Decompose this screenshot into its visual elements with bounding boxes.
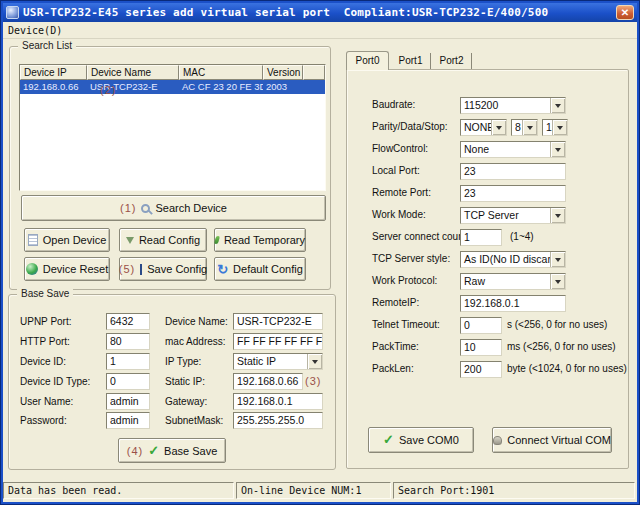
- save-config-label: Save Config: [147, 263, 207, 275]
- tab-port0[interactable]: Port0: [346, 51, 389, 70]
- upnp-port-label: UPNP Port:: [20, 316, 72, 327]
- app-window: USR-TCP232-E45 series add virtual serial…: [0, 0, 640, 505]
- cell-version: 2003: [263, 80, 303, 94]
- download-arrow-icon: [126, 237, 134, 244]
- read-config-button[interactable]: Read Config: [119, 228, 207, 252]
- databits-value: 8: [512, 120, 522, 135]
- password-field[interactable]: admin: [106, 412, 150, 429]
- pack-len-field[interactable]: 200: [460, 361, 502, 378]
- table-row[interactable]: 192.168.0.66 USR-TCP232-E AC CF 23 20 FE…: [20, 80, 325, 94]
- menu-bar: Device(D): [3, 22, 637, 39]
- chevron-down-icon[interactable]: [552, 120, 567, 135]
- mac-address-label: mac Address:: [165, 336, 226, 347]
- stopbits-combo[interactable]: 1: [542, 119, 568, 136]
- close-icon[interactable]: ✕: [616, 5, 634, 20]
- static-ip-field[interactable]: 192.168.0.66: [233, 373, 303, 390]
- parity-value: NONE: [461, 120, 491, 135]
- base-save-button[interactable]: (4) ✓ Base Save: [118, 438, 226, 463]
- baudrate-label: Baudrate:: [372, 99, 415, 110]
- server-connect-count-label: Server connect count:: [372, 231, 469, 242]
- upnp-port-field[interactable]: 6432: [106, 313, 150, 330]
- col-device-ip[interactable]: Device IP: [20, 65, 87, 80]
- pack-time-field[interactable]: 10: [460, 339, 502, 356]
- document-icon: [28, 234, 38, 246]
- tab-port1[interactable]: Port1: [391, 53, 431, 69]
- device-reset-button[interactable]: Device Reset: [24, 257, 110, 281]
- flow-control-label: FlowControl:: [372, 143, 428, 154]
- work-mode-label: Work Mode:: [372, 209, 426, 220]
- connect-virtual-com-label: Connect Virtual COM: [507, 434, 611, 446]
- server-connect-count-field[interactable]: 1: [460, 229, 502, 246]
- read-temporary-button[interactable]: Read Temporary: [214, 228, 306, 252]
- annotation-4: (4): [127, 445, 143, 457]
- search-device-button[interactable]: (1) Search Device: [21, 195, 326, 221]
- mac-address-field[interactable]: FF FF FF FF FF FF: [233, 333, 323, 350]
- device-id-field[interactable]: 1: [106, 353, 150, 370]
- status-search-port: Search Port:1901: [393, 482, 635, 499]
- flow-control-combo[interactable]: None: [460, 141, 566, 158]
- green-tag-icon: [214, 236, 220, 244]
- ip-type-combo[interactable]: Static IP: [233, 353, 323, 370]
- local-port-label: Local Port:: [372, 165, 420, 176]
- work-mode-combo[interactable]: TCP Server: [460, 207, 566, 224]
- ip-type-value: Static IP: [234, 354, 307, 369]
- remote-ip-field[interactable]: 192.168.0.1: [460, 295, 566, 312]
- save-config-button[interactable]: (5) Save Config: [119, 257, 207, 281]
- col-version[interactable]: Version: [263, 65, 303, 80]
- save-disk-icon: [140, 264, 142, 275]
- gateway-field[interactable]: 192.168.0.1: [233, 393, 323, 410]
- tcp-server-style-combo[interactable]: As ID(No ID discard): [460, 251, 566, 268]
- parity-combo[interactable]: NONE: [460, 119, 507, 136]
- save-com0-button[interactable]: ✓ Save COM0: [368, 427, 474, 453]
- check-icon: ✓: [383, 434, 394, 446]
- menu-item-device[interactable]: Device(D): [8, 25, 62, 36]
- local-port-field[interactable]: 23: [460, 163, 566, 180]
- device-table[interactable]: Device IP Device Name MAC Version 192.16…: [19, 64, 326, 191]
- tab-port2[interactable]: Port2: [432, 53, 472, 69]
- annotation-2: (2): [100, 84, 116, 96]
- chevron-down-icon[interactable]: [522, 120, 537, 135]
- http-port-field[interactable]: 80: [106, 333, 150, 350]
- device-reset-label: Device Reset: [43, 263, 108, 275]
- stopbits-value: 1: [543, 120, 552, 135]
- save-com0-label: Save COM0: [399, 434, 459, 446]
- col-filler: [303, 65, 325, 80]
- static-ip-label: Static IP:: [165, 376, 205, 387]
- work-protocol-label: Work Protocol:: [372, 275, 437, 286]
- cell-mac: AC CF 23 20 FE 3D: [179, 80, 263, 94]
- col-device-name[interactable]: Device Name: [87, 65, 179, 80]
- default-config-label: Default Config: [233, 263, 303, 275]
- base-save-label: Base Save: [164, 445, 217, 457]
- chevron-down-icon[interactable]: [550, 98, 565, 113]
- chevron-down-icon[interactable]: [491, 120, 506, 135]
- databits-combo[interactable]: 8: [511, 119, 538, 136]
- chevron-down-icon[interactable]: [550, 142, 565, 157]
- title-bar[interactable]: USR-TCP232-E45 series add virtual serial…: [3, 3, 637, 22]
- work-mode-value: TCP Server: [461, 208, 550, 223]
- device-id-type-field[interactable]: 0: [106, 373, 150, 390]
- baudrate-combo[interactable]: 115200: [460, 97, 566, 114]
- password-label: Password:: [20, 415, 67, 426]
- subnet-mask-field[interactable]: 255.255.255.0: [233, 412, 323, 429]
- work-protocol-combo[interactable]: Raw: [460, 273, 566, 290]
- telnet-timeout-field[interactable]: 0: [460, 317, 502, 334]
- remote-port-field[interactable]: 23: [460, 185, 566, 202]
- device-id-label: Device ID:: [20, 356, 66, 367]
- chevron-down-icon[interactable]: [550, 252, 565, 267]
- server-connect-count-hint: (1~4): [510, 231, 534, 242]
- chevron-down-icon[interactable]: [550, 208, 565, 223]
- user-name-field[interactable]: admin: [106, 393, 150, 410]
- default-config-button[interactable]: ↻ Default Config: [214, 257, 306, 281]
- col-mac[interactable]: MAC: [179, 65, 263, 80]
- open-device-button[interactable]: Open Device: [24, 228, 110, 252]
- connect-virtual-com-button[interactable]: Connect Virtual COM: [492, 427, 612, 453]
- chevron-down-icon[interactable]: [307, 354, 322, 369]
- refresh-icon: ↻: [217, 264, 228, 275]
- telnet-timeout-label: Telnet Timeout:: [372, 319, 440, 330]
- pack-len-hint: byte (<1024, 0 for no uses): [507, 363, 627, 374]
- chevron-down-icon[interactable]: [550, 274, 565, 289]
- flow-control-value: None: [461, 142, 550, 157]
- search-icon: [141, 204, 150, 213]
- device-name-field[interactable]: USR-TCP232-E: [233, 313, 323, 330]
- base-save-title: Base Save: [17, 288, 73, 300]
